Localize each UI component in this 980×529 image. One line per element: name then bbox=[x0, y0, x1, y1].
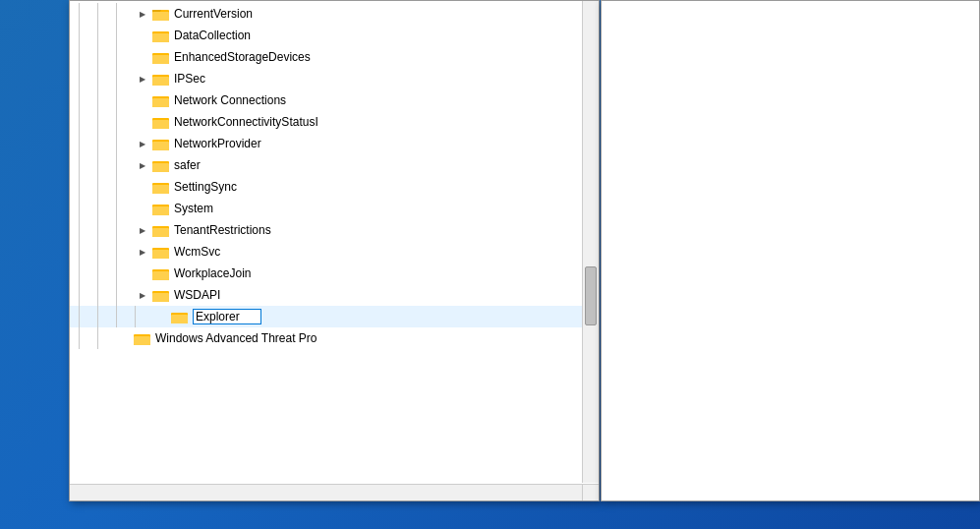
item-label: Network Connections bbox=[174, 93, 286, 107]
item-label: NetworkConnectivityStatusI bbox=[174, 115, 318, 129]
tree-row[interactable]: Windows Advanced Threat Pro bbox=[70, 327, 582, 349]
svg-marker-2 bbox=[152, 10, 161, 12]
svg-rect-29 bbox=[152, 293, 169, 302]
tree-area[interactable]: CurrentVersion bbox=[70, 1, 599, 500]
folder-icon bbox=[152, 158, 170, 172]
tree-row[interactable]: IPSec bbox=[70, 68, 582, 89]
folder-icon bbox=[152, 93, 170, 107]
folder-icon bbox=[152, 72, 170, 86]
tree-row[interactable]: safer bbox=[70, 154, 582, 176]
tree-row[interactable]: NetworkConnectivityStatusI bbox=[70, 111, 582, 133]
folder-icon bbox=[152, 7, 170, 21]
item-label: safer bbox=[174, 158, 201, 172]
expand-icon[interactable] bbox=[135, 222, 150, 238]
svg-rect-7 bbox=[152, 55, 169, 64]
svg-rect-23 bbox=[152, 228, 169, 237]
folder-icon bbox=[134, 331, 151, 345]
expand-icon[interactable] bbox=[135, 71, 150, 87]
svg-rect-21 bbox=[152, 206, 169, 215]
expand-placeholder bbox=[116, 330, 132, 346]
expand-icon[interactable] bbox=[135, 6, 150, 22]
item-label: NetworkProvider bbox=[174, 137, 261, 150]
folder-icon bbox=[152, 29, 170, 42]
svg-rect-3 bbox=[152, 12, 169, 21]
expand-placeholder bbox=[135, 92, 150, 108]
item-label: CurrentVersion bbox=[174, 7, 253, 21]
item-label: TenantRestrictions bbox=[174, 223, 271, 237]
svg-rect-5 bbox=[152, 33, 169, 42]
svg-rect-25 bbox=[152, 250, 169, 259]
expand-placeholder bbox=[135, 49, 150, 65]
scrollbar-thumb[interactable] bbox=[585, 266, 597, 325]
svg-rect-15 bbox=[152, 142, 169, 150]
expand-placeholder bbox=[135, 179, 150, 195]
folder-icon bbox=[152, 50, 170, 64]
svg-rect-9 bbox=[152, 77, 169, 86]
tree-row[interactable]: EnhancedStorageDevices bbox=[70, 46, 582, 68]
item-label: IPSec bbox=[174, 72, 205, 86]
desktop: CurrentVersion bbox=[0, 0, 980, 529]
horizontal-scrollbar[interactable] bbox=[70, 484, 582, 500]
tree-row[interactable]: SettingSync bbox=[70, 176, 582, 198]
expand-icon[interactable] bbox=[135, 136, 150, 151]
expand-placeholder bbox=[135, 28, 150, 43]
folder-icon bbox=[152, 245, 170, 259]
svg-rect-17 bbox=[152, 163, 169, 172]
tree-row[interactable]: WorkplaceJoin bbox=[70, 263, 582, 284]
item-label: EnhancedStorageDevices bbox=[174, 50, 311, 64]
folder-icon bbox=[171, 310, 189, 323]
item-label: DataCollection bbox=[174, 29, 251, 42]
svg-rect-33 bbox=[134, 336, 150, 345]
expand-placeholder bbox=[135, 265, 150, 281]
expand-placeholder bbox=[135, 201, 150, 216]
tree-row[interactable]: System bbox=[70, 198, 582, 219]
tree-list: CurrentVersion bbox=[70, 3, 599, 349]
expand-icon[interactable] bbox=[135, 287, 150, 303]
expand-icon[interactable] bbox=[135, 157, 150, 173]
folder-icon bbox=[152, 223, 170, 237]
item-label: WSDAPI bbox=[174, 288, 220, 302]
tree-row[interactable]: CurrentVersion bbox=[70, 3, 582, 25]
tree-content: CurrentVersion bbox=[70, 1, 599, 500]
tree-row[interactable]: NetworkProvider bbox=[70, 133, 582, 154]
item-label: Windows Advanced Threat Pro bbox=[155, 331, 317, 345]
tree-row[interactable]: TenantRestrictions bbox=[70, 219, 582, 241]
item-label: WorkplaceJoin bbox=[174, 266, 251, 280]
folder-icon bbox=[152, 137, 170, 150]
folder-icon bbox=[152, 115, 170, 129]
expand-placeholder bbox=[135, 114, 150, 130]
tree-row[interactable]: WcmSvc bbox=[70, 241, 582, 263]
svg-rect-19 bbox=[152, 185, 169, 194]
folder-icon bbox=[152, 180, 170, 194]
tree-row[interactable]: DataCollection bbox=[70, 25, 582, 46]
svg-rect-31 bbox=[171, 315, 188, 323]
tree-row[interactable]: WSDAPI bbox=[70, 284, 582, 306]
item-label: SettingSync bbox=[174, 180, 237, 194]
svg-rect-13 bbox=[152, 120, 169, 129]
registry-window: CurrentVersion bbox=[69, 0, 600, 501]
tree-row-editing[interactable] bbox=[70, 306, 582, 327]
item-label: System bbox=[174, 202, 213, 215]
svg-rect-27 bbox=[152, 271, 169, 280]
folder-icon bbox=[152, 202, 170, 215]
rename-input[interactable] bbox=[193, 309, 261, 324]
svg-rect-11 bbox=[152, 98, 169, 107]
expand-icon[interactable] bbox=[135, 244, 150, 260]
vertical-scrollbar[interactable] bbox=[582, 1, 599, 483]
item-label: WcmSvc bbox=[174, 245, 220, 259]
scrollbar-corner bbox=[582, 484, 599, 500]
folder-icon bbox=[152, 266, 170, 280]
folder-icon bbox=[152, 288, 170, 302]
right-panel bbox=[601, 0, 980, 501]
tree-row[interactable]: Network Connections bbox=[70, 89, 582, 111]
expand-placeholder bbox=[153, 309, 169, 324]
